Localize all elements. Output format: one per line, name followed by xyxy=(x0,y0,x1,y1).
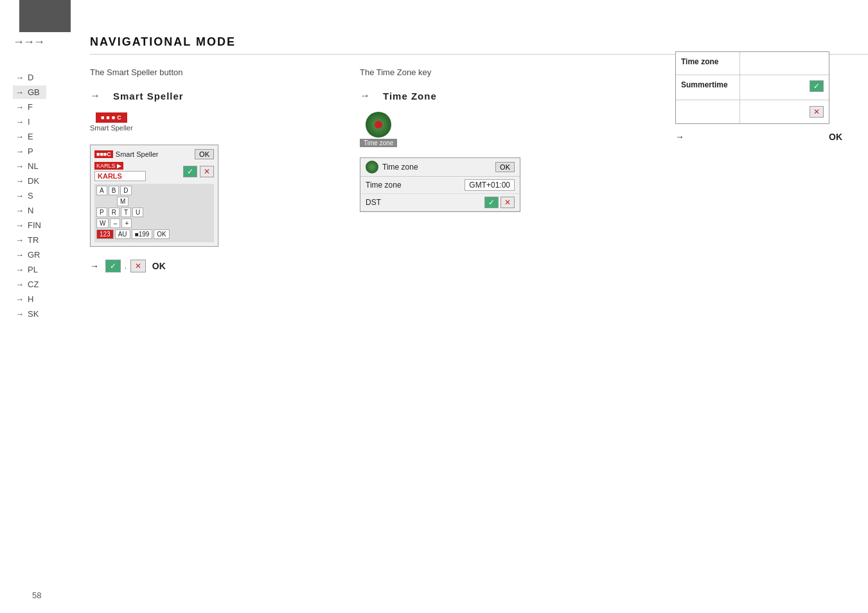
sidebar-item-tr[interactable]: → TR xyxy=(13,233,46,247)
arrow-icon: → xyxy=(15,117,24,127)
smart-speller-button[interactable]: ■ ■ ■ C Smart Speller xyxy=(90,112,133,132)
sidebar-header: →→→ xyxy=(13,35,44,49)
time-zone-dialog: Time zone OK Time zone GMT+01:00 DST ✓ ✕ xyxy=(360,157,520,212)
tz-settings-label-1: Time zone xyxy=(676,52,740,75)
sidebar-item-d[interactable]: → D xyxy=(13,71,46,84)
tz-ok-button[interactable]: OK xyxy=(495,162,515,172)
tz-panel-x[interactable]: ✕ xyxy=(810,106,824,118)
ss-key-plus[interactable]: + xyxy=(121,218,132,228)
smart-speller-column: The Smart Speller button → Smart Speller… xyxy=(90,67,360,272)
tz-dst-actions: ✓ ✕ xyxy=(484,197,515,208)
ss-key-199[interactable]: ■199 xyxy=(132,229,153,239)
tz-settings-row-2: Summertime ✓ xyxy=(676,75,829,100)
ok-arrow-icon: → xyxy=(90,261,99,271)
sidebar-item-e[interactable]: → E xyxy=(13,130,46,143)
sidebar: →→→ → D → GB → F → I → E → P xyxy=(0,0,90,613)
sidebar-item-h[interactable]: → H xyxy=(13,292,46,306)
ss-x-button[interactable]: ✕ xyxy=(200,166,214,177)
sidebar-item-dk[interactable]: → DK xyxy=(13,174,46,188)
sidebar-item-f[interactable]: → F xyxy=(13,100,46,114)
time-zone-heading: The Time Zone key xyxy=(360,67,591,77)
tz-settings-row-1: Time zone xyxy=(676,52,829,75)
tz-settings-row-3: ✕ xyxy=(676,100,829,123)
sidebar-item-s[interactable]: → S xyxy=(13,189,46,202)
sidebar-item-n[interactable]: → N xyxy=(13,204,46,217)
tz-dialog-title: Time zone xyxy=(382,163,418,172)
arrow-icon: → xyxy=(15,220,24,230)
tz-settings-value-3: ✕ xyxy=(740,100,829,123)
sidebar-item-cz[interactable]: → CZ xyxy=(13,278,46,291)
ss-key-b[interactable]: B xyxy=(109,186,120,195)
tz-settings-label-3 xyxy=(676,100,740,123)
tz-x-button[interactable]: ✕ xyxy=(500,197,515,208)
ok-x-icon: ✕ xyxy=(130,260,146,272)
ss-input-label: KARLS ▶ xyxy=(94,162,123,170)
sidebar-item-fin[interactable]: → FIN xyxy=(13,218,46,232)
ss-text-input[interactable] xyxy=(94,171,146,181)
sidebar-item-i[interactable]: → I xyxy=(13,115,46,129)
ss-input-row: KARLS ▶ ✓ ✕ xyxy=(94,162,214,181)
ss-key-a[interactable]: A xyxy=(96,186,107,195)
ss-keyboard: A B D M P R T U W xyxy=(94,184,214,242)
tz-arrow-icon: → xyxy=(360,90,370,102)
ss-arrow-icon: → xyxy=(90,90,100,102)
tz-tag-label: Time zone xyxy=(360,139,397,147)
ok-row: → ✓ . ✕ OK xyxy=(90,260,347,272)
tz-check-button[interactable]: ✓ xyxy=(484,197,499,208)
ss-check-button[interactable]: ✓ xyxy=(183,166,197,177)
arrow-icon: → xyxy=(15,250,24,260)
sidebar-arrows: →→→ xyxy=(13,35,44,49)
ss-btn-label: Smart Speller xyxy=(90,124,133,132)
ss-key-r[interactable]: R xyxy=(109,208,120,217)
page-number: 58 xyxy=(32,591,41,600)
ss-keyboard-row-m: M xyxy=(96,197,212,206)
ss-dialog-title-row: ■■■C Smart Speller OK xyxy=(94,149,214,159)
arrow-icon: → xyxy=(15,87,24,97)
ss-dialog-title-left: ■■■C Smart Speller xyxy=(94,150,158,158)
arrow-icon: → xyxy=(15,265,24,274)
tz-row-dst: DST ✓ ✕ xyxy=(360,194,520,211)
ss-key-p[interactable]: P xyxy=(96,208,107,217)
arrow-icon: → xyxy=(15,176,24,186)
tz-dot xyxy=(375,121,382,129)
time-zone-button[interactable]: Time zone xyxy=(360,112,397,147)
ss-keyboard-row-1: A B D xyxy=(96,186,212,195)
ss-keyboard-row-3: W – + xyxy=(96,218,212,228)
sidebar-item-gb[interactable]: → GB xyxy=(13,85,46,99)
ss-key-d[interactable]: D xyxy=(120,186,131,195)
arrow-icon: → xyxy=(15,235,24,245)
ss-key-au[interactable]: AU xyxy=(115,229,130,239)
ok-check-icon: ✓ xyxy=(105,260,121,272)
arrow-icon: → xyxy=(15,206,24,215)
ss-ok-button[interactable]: OK xyxy=(195,149,214,159)
arrow-icon: → xyxy=(15,102,24,112)
sidebar-item-gr[interactable]: → GR xyxy=(13,248,46,262)
ss-dialog-icon: ■■■C xyxy=(94,150,113,158)
tz-settings-table: Time zone Summertime ✓ ✕ xyxy=(675,51,829,124)
ss-key-u[interactable]: U xyxy=(132,208,143,217)
arrow-icon: → xyxy=(15,309,24,319)
tz-dialog-globe-icon xyxy=(366,161,378,173)
smart-speller-label-row: → Smart Speller xyxy=(90,90,347,102)
ok-label: OK xyxy=(152,261,166,271)
ss-key-w[interactable]: W xyxy=(96,218,109,228)
sidebar-item-nl[interactable]: → NL xyxy=(13,159,46,173)
tz-settings-panel: Time zone Summertime ✓ ✕ → OK xyxy=(675,51,842,142)
arrow-icon: → xyxy=(15,73,24,82)
ok-dot: . xyxy=(125,263,127,270)
ss-label: Smart Speller xyxy=(113,91,184,102)
tz-row-1: Time zone GMT+01:00 xyxy=(360,177,520,194)
ss-key-ok[interactable]: OK xyxy=(154,229,169,239)
ss-key-minus[interactable]: – xyxy=(110,218,120,228)
tz-dialog-title-left: Time zone xyxy=(366,161,418,173)
ss-key-t[interactable]: T xyxy=(121,208,131,217)
ss-key-m[interactable]: M xyxy=(117,197,128,206)
ss-input-container: KARLS ▶ xyxy=(94,162,181,181)
arrow-icon: → xyxy=(15,191,24,200)
sidebar-item-pl[interactable]: → PL xyxy=(13,263,46,276)
sidebar-item-sk[interactable]: → SK xyxy=(13,307,46,321)
sidebar-item-p[interactable]: → P xyxy=(13,145,46,158)
sidebar-items: → D → GB → F → I → E → P → NL xyxy=(13,71,46,321)
ss-key-123[interactable]: 123 xyxy=(96,229,114,239)
tz-panel-check[interactable]: ✓ xyxy=(810,80,824,92)
